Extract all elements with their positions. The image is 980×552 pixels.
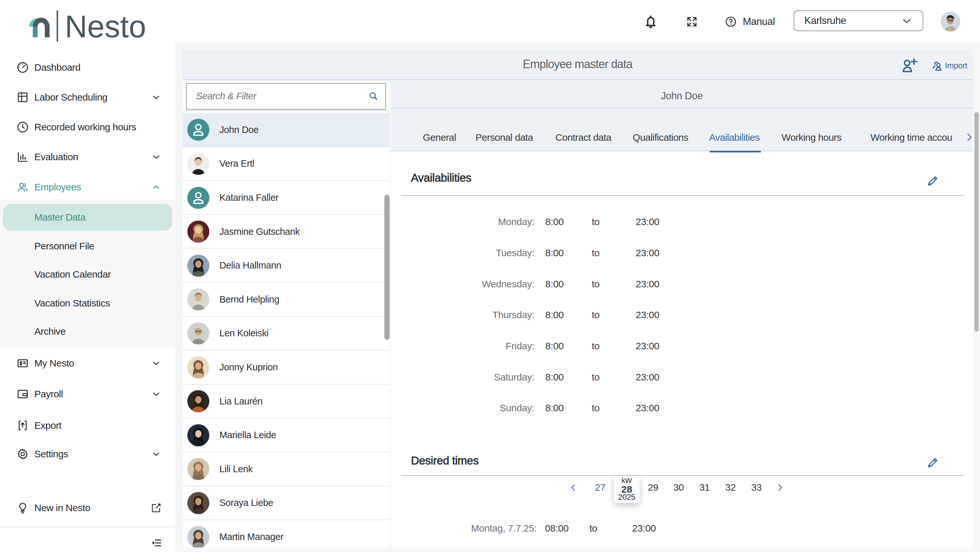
svg-text:Nesto: Nesto xyxy=(65,9,146,42)
